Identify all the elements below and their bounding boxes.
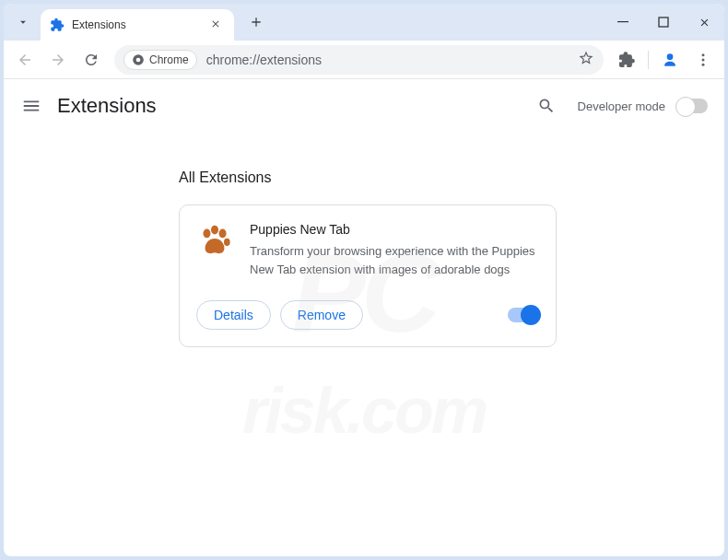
extension-puzzle-icon (50, 18, 65, 32)
svg-point-11 (224, 239, 230, 246)
page-header: Extensions Developer mode (4, 79, 724, 133)
kebab-menu-button[interactable] (687, 44, 719, 76)
svg-point-6 (702, 58, 705, 61)
bookmark-star-icon[interactable] (578, 50, 594, 69)
svg-rect-0 (617, 21, 628, 22)
extension-card: Puppies New Tab Transform your browsing … (179, 204, 557, 347)
site-chip[interactable]: Chrome (123, 50, 197, 70)
address-bar[interactable]: Chrome chrome://extensions (114, 45, 604, 75)
developer-mode-label: Developer mode (578, 99, 665, 113)
chrome-icon (132, 53, 145, 66)
site-chip-label: Chrome (149, 53, 189, 66)
profile-button[interactable] (654, 44, 686, 76)
titlebar: Extensions (4, 4, 724, 41)
back-button[interactable] (9, 44, 41, 76)
tab-list-dropdown[interactable] (9, 9, 37, 35)
close-window-button[interactable] (684, 4, 724, 41)
new-tab-button[interactable] (243, 9, 269, 35)
tab-title: Extensions (72, 18, 206, 31)
browser-tab[interactable]: Extensions (41, 9, 234, 41)
page-title: Extensions (57, 94, 157, 118)
svg-rect-1 (659, 18, 668, 27)
content-area: All Extensions Puppies New Tab Transform… (4, 133, 724, 366)
window-controls (603, 4, 724, 41)
toolbar: Chrome chrome://extensions (4, 41, 724, 79)
extension-name: Puppies New Tab (250, 222, 539, 237)
minimize-button[interactable] (603, 4, 643, 41)
svg-point-3 (136, 57, 141, 62)
remove-button[interactable]: Remove (280, 300, 363, 330)
extension-enable-toggle[interactable] (508, 308, 539, 322)
extensions-puzzle-button[interactable] (611, 44, 642, 76)
svg-point-8 (203, 228, 210, 238)
paw-icon (196, 222, 233, 259)
hamburger-menu-icon[interactable] (20, 95, 42, 117)
extension-description: Transform your browsing experience with … (250, 242, 539, 278)
close-tab-icon[interactable] (206, 17, 225, 34)
svg-point-9 (211, 226, 218, 235)
svg-point-7 (702, 63, 705, 65)
svg-point-5 (702, 53, 705, 56)
developer-mode-toggle[interactable] (676, 99, 708, 113)
section-title: All Extensions (179, 169, 706, 186)
svg-point-10 (219, 228, 227, 238)
forward-button[interactable] (42, 44, 74, 76)
maximize-button[interactable] (643, 4, 684, 41)
url-text: chrome://extensions (206, 52, 322, 67)
details-button[interactable]: Details (196, 300, 271, 330)
reload-button[interactable] (76, 44, 107, 76)
separator (648, 51, 649, 69)
search-icon[interactable] (530, 89, 563, 122)
svg-point-4 (667, 53, 674, 60)
developer-mode-control: Developer mode (578, 99, 708, 113)
